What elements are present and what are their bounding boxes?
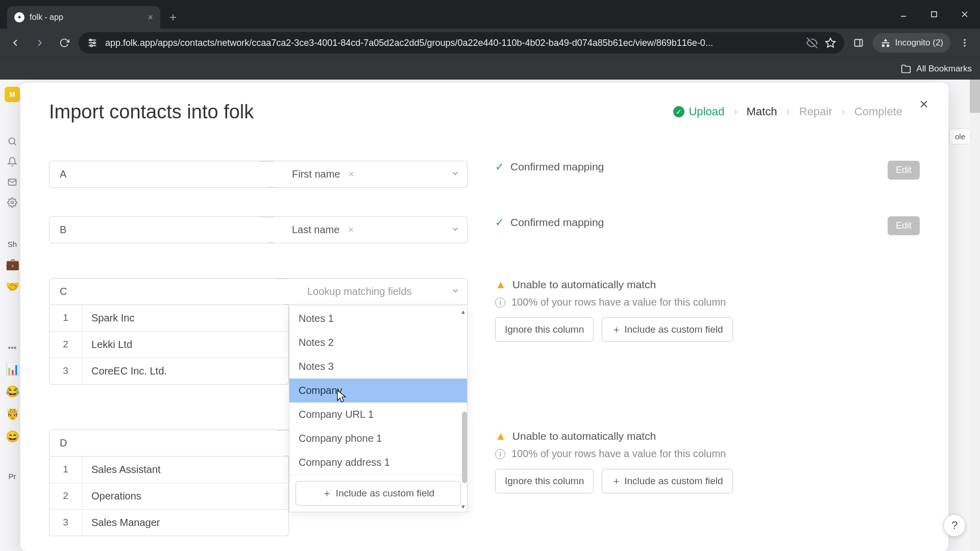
url-text: app.folk.app/apps/contacts/network/ccaa7…: [105, 38, 799, 48]
svg-rect-12: [854, 39, 862, 46]
preview-row-index: 1: [50, 457, 82, 483]
column-preview-table: 1Spark Inc2Lekki Ltd3CoreEC Inc. Ltd.: [49, 305, 289, 385]
bookmark-star-icon[interactable]: [825, 37, 836, 48]
status-info: i 100% of your rows have a value for thi…: [495, 296, 920, 308]
window-controls: [888, 0, 980, 29]
mail-icon[interactable]: [7, 177, 18, 188]
plus-icon: ＋: [611, 474, 621, 488]
gear-icon[interactable]: [7, 197, 18, 208]
sidebar-group-icon[interactable]: 🤝: [6, 280, 19, 293]
preview-row-value: Sales Assistant: [82, 457, 288, 483]
step-repair: Repair: [799, 105, 832, 118]
status-unmatched: ▲ Unable to automatically match: [495, 430, 920, 443]
sidebar-group-icon[interactable]: 📊: [6, 363, 19, 376]
new-tab-button[interactable]: +: [160, 10, 186, 29]
chevron-right-icon: ›: [786, 105, 790, 118]
plus-icon: ＋: [322, 487, 332, 500]
modal-close-button[interactable]: ×: [915, 95, 933, 113]
info-icon: i: [495, 449, 505, 459]
workspace-avatar[interactable]: M: [5, 87, 20, 102]
nav-back-button[interactable]: [5, 33, 26, 53]
svg-point-16: [964, 45, 965, 46]
mapping-row: B Last name × ✓ Confirmed mapping: [49, 209, 920, 251]
svg-point-20: [11, 202, 14, 204]
preview-row-value: Lekki Ltd: [82, 332, 288, 358]
chevron-down-icon[interactable]: [451, 224, 460, 236]
sidebar-group-icon[interactable]: 💼: [6, 258, 19, 271]
more-icon[interactable]: •••: [7, 342, 18, 354]
page-scrollbar[interactable]: [970, 80, 980, 551]
status-confirmed: ✓ Confirmed mapping: [495, 216, 860, 229]
include-custom-field-button[interactable]: ＋ Include as custom field: [296, 481, 461, 506]
field-select[interactable]: Last name ×: [274, 216, 468, 243]
step-upload: ✓ Upload: [673, 105, 724, 118]
ignore-column-button[interactable]: Ignore this column: [495, 317, 594, 342]
sidebar-group-icon[interactable]: 😄: [6, 430, 19, 443]
include-custom-field-button[interactable]: ＋Include as custom field: [602, 317, 732, 342]
svg-point-7: [90, 39, 92, 41]
sidebar-section-label: Sh: [8, 240, 17, 248]
status-unmatched: ▲ Unable to automatically match: [495, 278, 920, 291]
dropdown-option[interactable]: Notes 2: [289, 331, 467, 355]
edit-button[interactable]: Edit: [888, 161, 920, 180]
chevron-right-icon: ›: [733, 105, 737, 118]
dropdown-option[interactable]: Notes 1: [289, 307, 467, 331]
chevron-down-icon[interactable]: [451, 286, 460, 297]
svg-marker-11: [825, 38, 835, 47]
clear-icon[interactable]: ×: [345, 224, 357, 236]
dropdown-option[interactable]: Company URL 1: [289, 403, 467, 427]
dropdown-option[interactable]: Company: [289, 379, 467, 403]
preview-row-index: 3: [50, 510, 82, 536]
nav-reload-button[interactable]: [54, 33, 75, 53]
incognito-label: Incognito (2): [895, 38, 944, 48]
dropdown-option[interactable]: Company address 1: [289, 450, 467, 474]
app-viewport: ole M Sh 💼 🤝 ••• 📊 😂 🤴 😄 Pr × Import con…: [0, 80, 980, 551]
window-maximize-button[interactable]: [919, 0, 949, 29]
import-stepper: ✓ Upload › Match › Repair › Complete: [673, 105, 902, 118]
preview-row-index: 2: [50, 332, 82, 358]
svg-point-9: [90, 45, 92, 47]
eye-off-icon[interactable]: [806, 37, 818, 48]
window-close-button[interactable]: [949, 0, 980, 29]
svg-point-8: [93, 42, 95, 44]
window-minimize-button[interactable]: [888, 0, 919, 29]
help-button[interactable]: ?: [943, 514, 966, 537]
preview-row: 1Sales Assistant: [50, 457, 288, 483]
preview-row: 1Spark Inc: [50, 305, 288, 331]
field-dropdown[interactable]: ▲ Notes 1Notes 2Notes 3CompanyCompany UR…: [289, 307, 468, 512]
bell-icon[interactable]: [7, 156, 18, 167]
preview-row: 2Lekki Ltd: [50, 331, 288, 358]
browser-menu-button[interactable]: [954, 33, 975, 53]
warning-icon: ▲: [495, 278, 506, 291]
sidebar-group-icon[interactable]: 😂: [6, 385, 19, 398]
dropdown-option[interactable]: Company phone 1: [289, 427, 467, 450]
dropdown-option[interactable]: Notes 3: [289, 355, 467, 379]
preview-row-index: 1: [50, 305, 82, 331]
address-bar[interactable]: app.folk.app/apps/contacts/network/ccaa7…: [79, 32, 844, 54]
column-letter: D: [49, 430, 289, 457]
search-icon[interactable]: [7, 136, 18, 147]
chevron-down-icon[interactable]: [451, 169, 460, 180]
field-select[interactable]: Lookup matching fields: [289, 278, 468, 305]
browser-tab[interactable]: ✦ folk - app ×: [7, 6, 160, 29]
dropdown-scrollbar[interactable]: [461, 310, 467, 507]
side-panel-icon[interactable]: [848, 33, 869, 53]
field-select[interactable]: First name ×: [274, 161, 468, 188]
bookmarks-folder-icon[interactable]: [901, 64, 911, 74]
check-icon: ✓: [673, 106, 684, 117]
sidebar-group-icon[interactable]: 🤴: [6, 408, 19, 421]
tab-close-icon[interactable]: ×: [148, 12, 153, 23]
nav-forward-button[interactable]: [30, 33, 50, 53]
info-icon: i: [495, 297, 505, 308]
edit-button[interactable]: Edit: [888, 216, 920, 235]
site-settings-icon[interactable]: [87, 37, 98, 48]
clear-icon[interactable]: ×: [345, 168, 357, 180]
preview-row-index: 2: [50, 483, 82, 509]
ignore-column-button[interactable]: Ignore this column: [495, 469, 594, 493]
check-icon: ✓: [495, 161, 504, 173]
incognito-indicator[interactable]: Incognito (2): [873, 33, 951, 53]
include-custom-field-button[interactable]: ＋Include as custom field: [602, 469, 732, 493]
all-bookmarks-label[interactable]: All Bookmarks: [916, 64, 972, 74]
svg-point-14: [964, 39, 965, 41]
browser-toolbar: app.folk.app/apps/contacts/network/ccaa7…: [0, 29, 980, 57]
